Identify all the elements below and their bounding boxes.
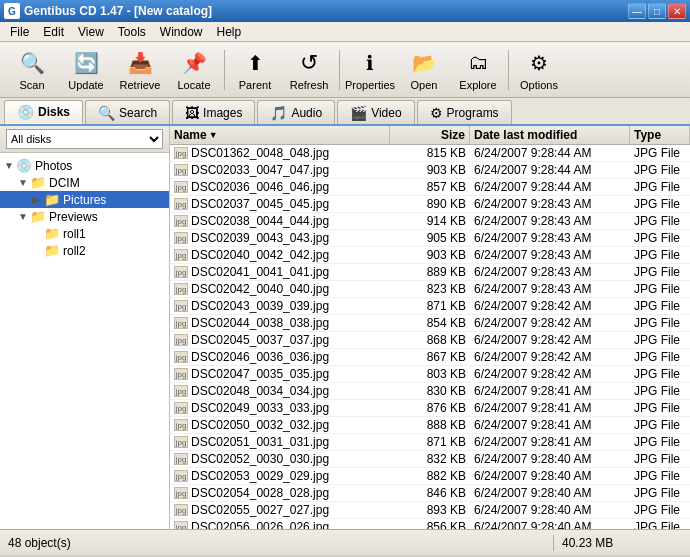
file-name-cell: jpg DSC02051_0031_031.jpg — [170, 434, 390, 450]
audio-tab-icon: 🎵 — [270, 105, 287, 121]
table-row[interactable]: jpg DSC02047_0035_035.jpg 803 KB 6/24/20… — [170, 366, 690, 383]
tree-item-dcim[interactable]: ▼ 📁 DCIM — [0, 174, 169, 191]
file-type-cell: JPG File — [630, 315, 690, 331]
table-row[interactable]: jpg DSC02053_0029_029.jpg 882 KB 6/24/20… — [170, 468, 690, 485]
tabs-row: 💿 Disks 🔍 Search 🖼 Images 🎵 Audio 🎬 Vide… — [0, 98, 690, 126]
locate-button[interactable]: 📌 Locate — [168, 46, 220, 94]
file-date-cell: 6/24/2007 9:28:41 AM — [470, 400, 630, 416]
table-row[interactable]: jpg DSC02041_0041_041.jpg 889 KB 6/24/20… — [170, 264, 690, 281]
file-list: Name ▼ Size Date last modified Type jpg … — [170, 126, 690, 529]
table-row[interactable]: jpg DSC02051_0031_031.jpg 871 KB 6/24/20… — [170, 434, 690, 451]
table-row[interactable]: jpg DSC02033_0047_047.jpg 903 KB 6/24/20… — [170, 162, 690, 179]
file-name-cell: jpg DSC02054_0028_028.jpg — [170, 485, 390, 501]
file-size-cell: 889 KB — [390, 264, 470, 280]
table-row[interactable]: jpg DSC02046_0036_036.jpg 867 KB 6/24/20… — [170, 349, 690, 366]
table-row[interactable]: jpg DSC02049_0033_033.jpg 876 KB 6/24/20… — [170, 400, 690, 417]
table-row[interactable]: jpg DSC02037_0045_045.jpg 890 KB 6/24/20… — [170, 196, 690, 213]
tab-video[interactable]: 🎬 Video — [337, 100, 414, 124]
file-name-cell: jpg DSC01362_0048_048.jpg — [170, 145, 390, 161]
col-header-name[interactable]: Name ▼ — [170, 126, 390, 144]
table-row[interactable]: jpg DSC02043_0039_039.jpg 871 KB 6/24/20… — [170, 298, 690, 315]
tree-item-roll2[interactable]: 📁 roll2 — [0, 242, 169, 259]
menu-window[interactable]: Window — [154, 23, 209, 41]
tree-item-roll1[interactable]: 📁 roll1 — [0, 225, 169, 242]
menu-help[interactable]: Help — [211, 23, 248, 41]
file-type-cell: JPG File — [630, 145, 690, 161]
table-row[interactable]: jpg DSC02045_0037_037.jpg 868 KB 6/24/20… — [170, 332, 690, 349]
file-thumbnail: jpg — [174, 470, 188, 482]
table-row[interactable]: jpg DSC02048_0034_034.jpg 830 KB 6/24/20… — [170, 383, 690, 400]
tab-disks[interactable]: 💿 Disks — [4, 100, 83, 124]
col-header-size[interactable]: Size — [390, 126, 470, 144]
table-row[interactable]: jpg DSC02052_0030_030.jpg 832 KB 6/24/20… — [170, 451, 690, 468]
tab-audio[interactable]: 🎵 Audio — [257, 100, 335, 124]
file-size-cell: 803 KB — [390, 366, 470, 382]
maximize-button[interactable]: □ — [648, 3, 666, 19]
table-row[interactable]: jpg DSC02039_0043_043.jpg 905 KB 6/24/20… — [170, 230, 690, 247]
col-header-date[interactable]: Date last modified — [470, 126, 630, 144]
file-type-cell: JPG File — [630, 451, 690, 467]
images-tab-icon: 🖼 — [185, 105, 199, 121]
table-row[interactable]: jpg DSC02042_0040_040.jpg 823 KB 6/24/20… — [170, 281, 690, 298]
explore-button[interactable]: 🗂 Explore — [452, 46, 504, 94]
table-row[interactable]: jpg DSC02036_0046_046.jpg 857 KB 6/24/20… — [170, 179, 690, 196]
table-row[interactable]: jpg DSC02056_0026_026.jpg 856 KB 6/24/20… — [170, 519, 690, 529]
tab-programs[interactable]: ⚙ Programs — [417, 100, 512, 124]
tree-item-pictures[interactable]: ▶ 📁 Pictures — [0, 191, 169, 208]
table-row[interactable]: jpg DSC02040_0042_042.jpg 903 KB 6/24/20… — [170, 247, 690, 264]
folder-roll1-icon: 📁 — [44, 226, 60, 241]
file-type-cell: JPG File — [630, 179, 690, 195]
update-button[interactable]: 🔄 Update — [60, 46, 112, 94]
table-row[interactable]: jpg DSC02050_0032_032.jpg 888 KB 6/24/20… — [170, 417, 690, 434]
refresh-button[interactable]: ↺ Refresh — [283, 46, 335, 94]
menu-view[interactable]: View — [72, 23, 110, 41]
file-thumbnail: jpg — [174, 334, 188, 346]
file-type-cell: JPG File — [630, 247, 690, 263]
menu-file[interactable]: File — [4, 23, 35, 41]
table-row[interactable]: jpg DSC02044_0038_038.jpg 854 KB 6/24/20… — [170, 315, 690, 332]
window-controls: — □ ✕ — [628, 3, 686, 19]
disk-filter-select[interactable]: All disks — [6, 129, 163, 149]
open-icon: 📂 — [408, 49, 440, 77]
file-size-cell: 871 KB — [390, 434, 470, 450]
parent-button[interactable]: ⬆ Parent — [229, 46, 281, 94]
table-row[interactable]: jpg DSC02038_0044_044.jpg 914 KB 6/24/20… — [170, 213, 690, 230]
scan-button[interactable]: 🔍 Scan — [6, 46, 58, 94]
tree-item-previews[interactable]: ▼ 📁 Previews — [0, 208, 169, 225]
file-size-cell: 815 KB — [390, 145, 470, 161]
tab-search[interactable]: 🔍 Search — [85, 100, 170, 124]
refresh-icon: ↺ — [293, 49, 325, 77]
file-thumbnail: jpg — [174, 317, 188, 329]
file-type-cell: JPG File — [630, 162, 690, 178]
table-row[interactable]: jpg DSC01362_0048_048.jpg 815 KB 6/24/20… — [170, 145, 690, 162]
file-size-cell: 823 KB — [390, 281, 470, 297]
file-rows[interactable]: jpg DSC01362_0048_048.jpg 815 KB 6/24/20… — [170, 145, 690, 529]
file-date-cell: 6/24/2007 9:28:42 AM — [470, 349, 630, 365]
file-name-cell: jpg DSC02042_0040_040.jpg — [170, 281, 390, 297]
options-button[interactable]: ⚙ Options — [513, 46, 565, 94]
tab-images[interactable]: 🖼 Images — [172, 100, 255, 124]
title-text: Gentibus CD 1.47 - [New catalog] — [24, 4, 212, 18]
file-size-cell: 832 KB — [390, 451, 470, 467]
menu-tools[interactable]: Tools — [112, 23, 152, 41]
minimize-button[interactable]: — — [628, 3, 646, 19]
retrieve-button[interactable]: 📥 Retrieve — [114, 46, 166, 94]
menu-edit[interactable]: Edit — [37, 23, 70, 41]
menu-bar: File Edit View Tools Window Help — [0, 22, 690, 42]
table-row[interactable]: jpg DSC02054_0028_028.jpg 846 KB 6/24/20… — [170, 485, 690, 502]
col-header-type[interactable]: Type — [630, 126, 690, 144]
file-size-cell: 830 KB — [390, 383, 470, 399]
close-button[interactable]: ✕ — [668, 3, 686, 19]
table-row[interactable]: jpg DSC02055_0027_027.jpg 893 KB 6/24/20… — [170, 502, 690, 519]
properties-button[interactable]: ℹ Properties — [344, 46, 396, 94]
open-button[interactable]: 📂 Open — [398, 46, 450, 94]
file-size-cell: 903 KB — [390, 162, 470, 178]
expander-previews: ▼ — [18, 211, 30, 222]
file-name-cell: jpg DSC02056_0026_026.jpg — [170, 519, 390, 529]
file-name-cell: jpg DSC02046_0036_036.jpg — [170, 349, 390, 365]
tree-item-photos[interactable]: ▼ 💿 Photos — [0, 157, 169, 174]
toolbar-separator-3 — [508, 50, 509, 90]
file-thumbnail: jpg — [174, 198, 188, 210]
video-tab-icon: 🎬 — [350, 105, 367, 121]
scan-icon: 🔍 — [16, 49, 48, 77]
